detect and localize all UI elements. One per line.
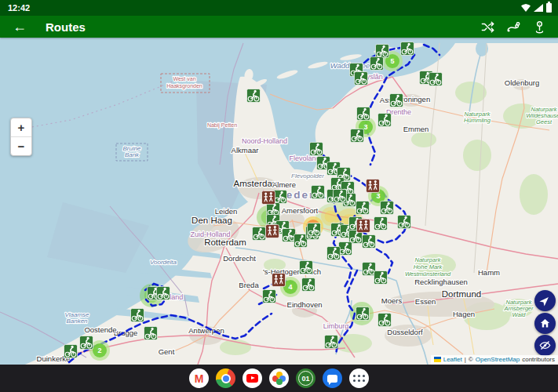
cycling-route-marker[interactable]	[357, 107, 370, 121]
cycling-route-marker[interactable]	[253, 227, 266, 241]
cycling-route-marker[interactable]	[327, 247, 341, 260]
map-zoom-control: + −	[10, 118, 32, 156]
cycling-route-marker[interactable]	[64, 345, 78, 358]
map-label: Leiden	[215, 207, 238, 216]
map-label: Bank	[125, 151, 140, 158]
cycling-route-marker[interactable]	[267, 203, 280, 216]
shuffle-routes-icon[interactable]	[480, 20, 495, 34]
map-canvas[interactable]: AmsterdamDen HaagRotterdamDortmundAlmere…	[0, 38, 558, 365]
map-label: Hamm	[478, 268, 500, 277]
cycling-route-marker[interactable]	[157, 287, 170, 300]
battery-icon	[546, 3, 552, 13]
hiking-route-marker[interactable]	[367, 180, 380, 193]
youtube-app-icon[interactable]	[243, 368, 262, 388]
signal-icon	[534, 4, 543, 12]
hiking-route-marker[interactable]	[266, 225, 279, 238]
zoom-in-button[interactable]: +	[11, 118, 31, 137]
messages-app-icon[interactable]	[323, 368, 342, 388]
cycling-route-marker[interactable]	[390, 94, 403, 107]
map-label: Moers	[381, 296, 403, 305]
cycling-route-marker[interactable]	[370, 57, 384, 71]
cycling-route-marker[interactable]	[144, 327, 158, 340]
cycling-route-marker[interactable]	[381, 201, 394, 215]
map-label: Alkmaar	[232, 146, 259, 154]
cycling-route-marker[interactable]	[263, 290, 276, 303]
svg-text:3: 3	[376, 192, 380, 200]
cycling-route-marker[interactable]	[374, 271, 388, 285]
hiking-route-marker[interactable]	[272, 274, 286, 287]
ukraine-flag-icon	[434, 357, 441, 362]
cycling-route-marker[interactable]	[398, 216, 411, 229]
map-label: Almere	[272, 180, 296, 189]
cycling-route-marker[interactable]	[300, 261, 313, 274]
cycling-route-marker[interactable]	[363, 263, 376, 276]
back-button[interactable]: ←	[13, 20, 27, 34]
home-fab[interactable]	[534, 313, 556, 334]
svg-text:5: 5	[390, 57, 394, 65]
cycling-route-marker[interactable]	[374, 217, 388, 230]
eye-off-icon	[539, 339, 551, 351]
map-label: Voordelta	[150, 259, 177, 266]
cycling-route-marker[interactable]	[356, 201, 370, 215]
drop-pin-icon[interactable]	[532, 20, 547, 34]
map-label: Hagen	[453, 310, 475, 318]
app-drawer-icon[interactable]	[349, 368, 369, 388]
cycling-route-marker[interactable]	[429, 73, 443, 86]
map-label: Oostende	[84, 325, 116, 334]
map-label: Hohe Mark	[414, 263, 443, 270]
zoom-out-button[interactable]: −	[11, 137, 31, 155]
map-label: Nabij Petten	[207, 122, 237, 129]
map-label: Düsseldorf	[387, 328, 423, 336]
tracks-app-icon[interactable]: 01	[296, 368, 315, 388]
page-title: Routes	[46, 20, 86, 34]
map-label: Gent	[159, 347, 175, 356]
map-label: Haaksgronden	[166, 83, 202, 89]
cycling-route-marker[interactable]	[274, 191, 287, 204]
chrome-app-icon[interactable]	[216, 368, 235, 388]
cycling-route-marker[interactable]	[80, 336, 93, 350]
status-icons	[521, 3, 552, 13]
hide-layers-fab[interactable]	[534, 335, 556, 356]
map-label: Breda	[239, 281, 259, 289]
leaflet-link[interactable]: Leaflet	[443, 356, 462, 363]
map-label: Hümmling	[464, 117, 491, 124]
cycling-route-marker[interactable]	[283, 229, 296, 242]
cycling-route-marker[interactable]	[378, 114, 392, 127]
cycling-route-marker[interactable]	[401, 42, 414, 56]
cycling-route-marker[interactable]	[355, 72, 368, 85]
cycling-route-marker[interactable]	[351, 129, 364, 143]
navigate-fab[interactable]	[534, 290, 556, 311]
taskbar: M 01	[0, 365, 558, 392]
map-label: Eindhoven	[287, 300, 323, 309]
cycling-route-marker[interactable]	[356, 307, 370, 321]
copyright-symbol: ©	[469, 356, 473, 363]
map-label: Zuid-Holland	[190, 230, 230, 238]
map-label: West van	[173, 76, 195, 82]
cycling-route-marker[interactable]	[294, 234, 308, 248]
navigation-arrow-icon	[539, 295, 551, 307]
hiking-route-marker[interactable]	[262, 191, 275, 205]
gmail-app-icon[interactable]: M	[189, 368, 209, 388]
cycling-route-marker[interactable]	[310, 143, 323, 156]
wifi-icon	[521, 4, 531, 12]
cycling-route-marker[interactable]	[325, 336, 338, 349]
cycling-route-marker[interactable]	[247, 89, 261, 103]
cycling-route-marker[interactable]	[334, 190, 347, 203]
map-label: Limburg	[323, 322, 349, 330]
cycling-route-marker[interactable]	[308, 223, 321, 237]
cycling-route-marker[interactable]	[339, 242, 352, 256]
osm-link[interactable]: OpenStreetMap	[476, 356, 520, 363]
cycling-route-marker[interactable]	[302, 278, 315, 292]
map-attribution: Leaflet | © OpenStreetMap contributors	[431, 355, 558, 365]
draw-route-icon[interactable]	[506, 20, 521, 34]
cycling-route-marker[interactable]	[312, 186, 325, 199]
cycling-route-marker[interactable]	[131, 309, 144, 322]
svg-text:2: 2	[97, 347, 101, 354]
hiking-route-marker[interactable]	[357, 220, 370, 233]
map-label: Banken	[66, 318, 88, 325]
cycling-route-marker[interactable]	[376, 45, 389, 58]
cycling-route-marker[interactable]	[378, 314, 392, 327]
cycling-route-marker[interactable]	[363, 235, 376, 249]
map-label: Essen	[415, 297, 436, 306]
photos-app-icon[interactable]	[269, 368, 289, 388]
